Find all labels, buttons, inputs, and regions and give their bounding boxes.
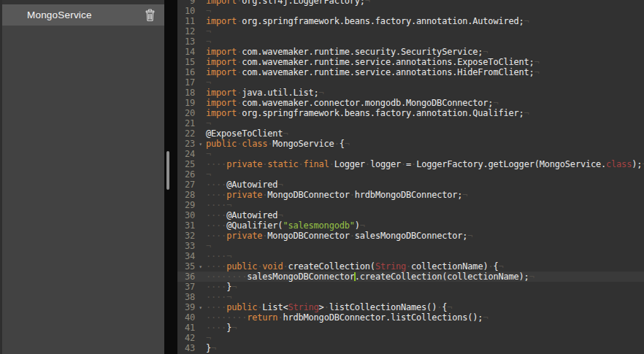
- sidebar-item-mongoservice[interactable]: MongoService: [2, 4, 164, 26]
- line-number: 37: [177, 282, 195, 292]
- code-line[interactable]: 38····¬: [177, 292, 644, 302]
- code-line[interactable]: 40········return·hrdbMongoDBConnector.li…: [177, 312, 644, 323]
- line-number: 22: [177, 128, 195, 139]
- fold-gutter: [195, 118, 206, 128]
- line-number: 32: [177, 231, 195, 241]
- code-line[interactable]: 36········salesMongoDBConnector.createCo…: [177, 272, 644, 282]
- line-number: 40: [177, 312, 195, 323]
- code-line[interactable]: 32····private·MongoDBConnector·salesMong…: [177, 231, 644, 241]
- fold-gutter: [195, 88, 206, 98]
- line-number: 16: [177, 67, 195, 77]
- fold-arrow-icon[interactable]: ▾: [195, 261, 206, 272]
- fold-arrow-icon[interactable]: ▾: [195, 302, 206, 312]
- code-line[interactable]: 26¬: [177, 169, 644, 180]
- code-line[interactable]: 14import·com.wavemaker.runtime.security.…: [177, 47, 644, 57]
- fold-gutter: [195, 149, 206, 159]
- code-text: ····}¬: [206, 323, 237, 333]
- code-line[interactable]: 43}¬: [177, 343, 644, 353]
- code-line[interactable]: 10¬: [177, 6, 644, 16]
- line-number: 38: [177, 292, 195, 302]
- delete-service-button[interactable]: [143, 7, 157, 23]
- code-text: import·org.springframework.beans.factory…: [206, 108, 529, 118]
- code-line[interactable]: 12¬: [177, 26, 644, 36]
- fold-gutter: [195, 323, 206, 333]
- line-number: 30: [177, 210, 195, 220]
- line-number: 42: [177, 333, 195, 343]
- fold-gutter: [195, 47, 206, 57]
- code-line[interactable]: 42¬: [177, 333, 644, 343]
- code-text: import·org.slf4j.LoggerFactory;¬: [206, 0, 370, 6]
- code-line[interactable]: 23▾public·class·MongoService·{¬: [177, 139, 644, 149]
- fold-gutter: [195, 108, 206, 118]
- code-line[interactable]: 31····@Qualifier("salesmongodb")¬: [177, 220, 644, 231]
- code-text: ····private·MongoDBConnector·hrdbMongoDB…: [206, 190, 467, 200]
- code-line[interactable]: 29····¬: [177, 200, 644, 210]
- code-line[interactable]: 20import·org.springframework.beans.facto…: [177, 108, 644, 118]
- code-text: ····@Qualifier("salesmongodb")¬: [206, 220, 365, 231]
- line-number: 28: [177, 190, 195, 200]
- panel-divider: [164, 0, 177, 354]
- fold-gutter: [195, 343, 206, 353]
- fold-gutter: [195, 128, 206, 139]
- code-line[interactable]: 30····@Autowired¬: [177, 210, 644, 220]
- line-number: 25: [177, 159, 195, 169]
- trash-icon: [145, 9, 156, 22]
- line-number: 13: [177, 36, 195, 47]
- code-text: ········salesMongoDBConnector.createColl…: [206, 272, 534, 282]
- code-line[interactable]: 16import·com.wavemaker.runtime.service.a…: [177, 67, 644, 77]
- code-line[interactable]: 39▾····public·List<String>·listCollectio…: [177, 302, 644, 312]
- fold-gutter: [195, 77, 206, 88]
- code-line[interactable]: 11import·org.springframework.beans.facto…: [177, 16, 644, 26]
- fold-gutter: [195, 282, 206, 292]
- fold-gutter: [195, 220, 206, 231]
- code-text: ¬: [206, 118, 211, 128]
- line-number: 10: [177, 6, 195, 16]
- code-line[interactable]: 25····private·static·final·Logger·logger…: [177, 159, 644, 169]
- fold-gutter: [195, 159, 206, 169]
- sidebar-item-label: MongoService: [27, 9, 92, 20]
- code-line[interactable]: 22@ExposeToClient¬: [177, 128, 644, 139]
- code-line[interactable]: 13¬: [177, 36, 644, 47]
- code-text: ¬: [206, 149, 211, 159]
- code-line[interactable]: 35▾····public·void·createCollection(Stri…: [177, 261, 644, 272]
- line-number: 33: [177, 241, 195, 251]
- code-editor[interactable]: 9import·org.slf4j.LoggerFactory;¬10¬11im…: [177, 0, 644, 354]
- code-text: import·org.springframework.beans.factory…: [206, 16, 529, 26]
- code-text: ¬: [206, 6, 211, 16]
- line-number: 43: [177, 343, 195, 353]
- code-line[interactable]: 34····¬: [177, 251, 644, 261]
- code-line[interactable]: 9import·org.slf4j.LoggerFactory;¬: [177, 0, 644, 6]
- code-line[interactable]: 28····private·MongoDBConnector·hrdbMongo…: [177, 190, 644, 200]
- line-number: 41: [177, 323, 195, 333]
- code-line[interactable]: 15import·com.wavemaker.runtime.service.a…: [177, 57, 644, 67]
- code-line[interactable]: 18import·java.util.List;¬: [177, 88, 644, 98]
- line-number: 34: [177, 251, 195, 261]
- code-line[interactable]: 21¬: [177, 118, 644, 128]
- code-line[interactable]: 33¬: [177, 241, 644, 251]
- code-text: ····}¬: [206, 282, 237, 292]
- line-number: 21: [177, 118, 195, 128]
- code-text: import·com.wavemaker.runtime.service.ann…: [206, 57, 540, 67]
- fold-gutter: [195, 98, 206, 108]
- code-text: import·java.util.List;¬: [206, 88, 324, 98]
- fold-gutter: [195, 251, 206, 261]
- code-line[interactable]: 24¬: [177, 149, 644, 159]
- fold-arrow-icon[interactable]: ▾: [195, 139, 206, 149]
- code-line[interactable]: 41····}¬: [177, 323, 644, 333]
- code-line[interactable]: 17¬: [177, 77, 644, 88]
- sidebar-scrollbar-thumb[interactable]: [166, 151, 169, 190]
- code-text: ¬: [206, 169, 211, 180]
- code-text: ¬: [206, 26, 211, 36]
- code-line[interactable]: 37····}¬: [177, 282, 644, 292]
- app-window: MongoService 9import·org.slf4j.LoggerFac…: [0, 0, 644, 354]
- fold-gutter: [195, 180, 206, 190]
- line-number: 39: [177, 302, 195, 312]
- fold-gutter: [195, 272, 206, 282]
- line-number: 9: [177, 0, 195, 6]
- code-text: ········return·hrdbMongoDBConnector.list…: [206, 312, 488, 323]
- code-text: import·com.wavemaker.connector.mongodb.M…: [206, 98, 498, 108]
- code-text: ····@Autowired¬: [206, 210, 283, 220]
- code-line[interactable]: 27····@Autowired¬: [177, 180, 644, 190]
- fold-gutter: [195, 169, 206, 180]
- code-line[interactable]: 19import·com.wavemaker.connector.mongodb…: [177, 98, 644, 108]
